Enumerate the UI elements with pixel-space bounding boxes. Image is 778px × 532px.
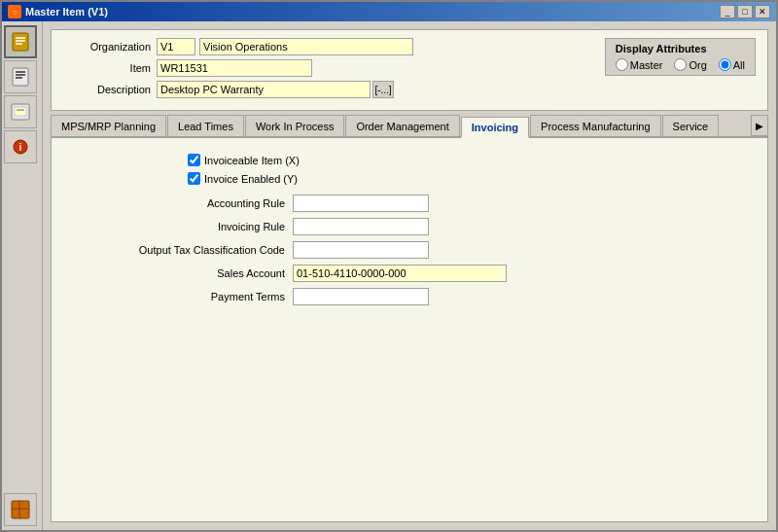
minimize-button[interactable]: _: [720, 5, 735, 18]
radio-all[interactable]: All: [719, 58, 745, 71]
title-bar-left: ○ Master Item (V1): [8, 5, 108, 18]
output-tax-input[interactable]: [293, 241, 429, 259]
svg-rect-9: [15, 107, 26, 116]
org-code-input[interactable]: [157, 38, 195, 55]
output-tax-label: Output Tax Classification Code: [71, 244, 285, 256]
tab-work-in-process[interactable]: Work In Process: [245, 115, 345, 136]
toolbar-btn-3[interactable]: [4, 95, 37, 128]
org-label: Organization: [63, 41, 151, 53]
tabs-bar: MPS/MRP Planning Lead Times Work In Proc…: [51, 115, 768, 138]
invoiceable-item-checkbox[interactable]: [188, 154, 200, 166]
content-area: Organization Item Description [-...]: [43, 21, 776, 530]
desc-button[interactable]: [-...]: [372, 81, 394, 98]
org-name-input[interactable]: [199, 38, 413, 55]
invoicing-rule-row: Invoicing Rule: [71, 218, 748, 235]
radio-group: Master Org All: [616, 58, 745, 71]
radio-master-input[interactable]: [616, 58, 628, 71]
tab-content-invoicing: Invoiceable Item (X) Invoice Enabled (Y)…: [51, 138, 768, 522]
payment-terms-row: Payment Terms: [71, 288, 748, 305]
invoice-enabled-checkbox[interactable]: [188, 172, 200, 185]
accounting-rule-input[interactable]: [293, 195, 429, 212]
main-window: ○ Master Item (V1) _ □ ✕ i: [0, 0, 778, 532]
radio-all-input[interactable]: [719, 58, 731, 71]
payment-terms-label: Payment Terms: [71, 291, 285, 302]
radio-master[interactable]: Master: [616, 58, 663, 71]
form-header: Organization Item Description [-...]: [51, 29, 768, 111]
payment-terms-input[interactable]: [293, 288, 429, 305]
radio-org[interactable]: Org: [674, 58, 706, 71]
title-bar-controls: _ □ ✕: [720, 5, 770, 18]
invoicing-rule-input[interactable]: [293, 218, 429, 235]
invoicing-rule-label: Invoicing Rule: [71, 221, 285, 232]
accounting-rule-row: Accounting Rule: [71, 195, 748, 212]
sales-account-row: Sales Account: [71, 265, 748, 282]
item-row: Item: [63, 59, 413, 77]
tab-invoicing[interactable]: Invoicing: [461, 117, 529, 138]
sales-account-input[interactable]: [293, 265, 507, 282]
toolbar-btn-4[interactable]: i: [4, 130, 37, 163]
form-fields: Organization Item Description [-...]: [63, 38, 413, 102]
tab-scroll-button[interactable]: ▶: [751, 115, 768, 136]
invoiceable-item-label: Invoiceable Item (X): [204, 155, 300, 166]
invoice-enabled-row: Invoice Enabled (Y): [71, 172, 748, 185]
item-label: Item: [63, 62, 151, 74]
accounting-rule-label: Accounting Rule: [71, 197, 285, 209]
window-title: Master Item (V1): [25, 6, 108, 18]
toolbar-btn-5[interactable]: [4, 493, 37, 526]
invoiceable-item-checkbox-label[interactable]: Invoiceable Item (X): [188, 154, 300, 166]
display-attrs-title: Display Attributes: [616, 43, 745, 54]
invoice-enabled-checkbox-label[interactable]: Invoice Enabled (Y): [188, 172, 298, 185]
tab-lead-times[interactable]: Lead Times: [167, 115, 244, 136]
tab-service[interactable]: Service: [662, 115, 720, 136]
invoicing-fields: Accounting Rule Invoicing Rule Output Ta…: [71, 195, 748, 305]
radio-org-input[interactable]: [674, 58, 687, 71]
tab-mps-mrp-planning[interactable]: MPS/MRP Planning: [51, 115, 166, 136]
restore-button[interactable]: □: [737, 5, 753, 18]
output-tax-row: Output Tax Classification Code: [71, 241, 748, 259]
invoiceable-item-row: Invoiceable Item (X): [71, 154, 748, 166]
toolbar-btn-2[interactable]: [4, 60, 37, 93]
svg-rect-16: [19, 509, 29, 518]
invoice-enabled-label: Invoice Enabled (Y): [204, 173, 298, 185]
org-row: Organization: [63, 38, 413, 55]
desc-input[interactable]: [157, 81, 371, 98]
item-input[interactable]: [157, 59, 312, 77]
left-toolbar: i: [2, 21, 43, 530]
title-bar: ○ Master Item (V1) _ □ ✕: [2, 2, 776, 21]
sales-account-label: Sales Account: [71, 267, 285, 279]
window-icon: ○: [8, 5, 21, 18]
tab-order-management[interactable]: Order Management: [345, 115, 459, 136]
main-content: i Organization Item: [2, 21, 776, 530]
desc-row: Description [-...]: [63, 81, 413, 98]
svg-rect-4: [13, 68, 28, 86]
display-attrs-box: Display Attributes Master Org: [605, 38, 756, 76]
svg-text:i: i: [19, 142, 22, 153]
svg-rect-0: [13, 33, 28, 51]
toolbar-btn-1[interactable]: [4, 25, 37, 58]
close-button[interactable]: ✕: [755, 5, 770, 18]
tab-process-manufacturing[interactable]: Process Manufacturing: [530, 115, 661, 136]
desc-label: Description: [63, 84, 151, 95]
